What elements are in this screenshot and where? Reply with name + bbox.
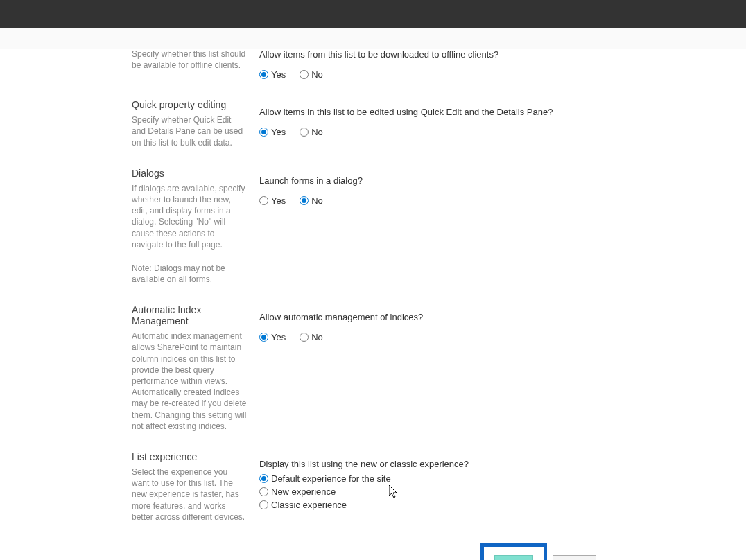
offline-no-label[interactable]: No	[300, 69, 323, 80]
button-row: OK Cancel	[132, 543, 596, 560]
offline-desc: Specify whether this list should be avai…	[132, 49, 247, 71]
autoindex-yes-radio[interactable]	[259, 333, 268, 342]
quickedit-no-radio[interactable]	[300, 128, 309, 137]
section-dialogs: Dialogs If dialogs are available, specif…	[132, 168, 603, 286]
dialogs-no-radio[interactable]	[300, 196, 309, 205]
cancel-button[interactable]: Cancel	[553, 555, 596, 560]
autoindex-no-label[interactable]: No	[300, 332, 323, 342]
dialogs-title: Dialogs	[132, 168, 247, 179]
quickedit-title: Quick property editing	[132, 99, 247, 110]
quickedit-yes-label[interactable]: Yes	[259, 127, 286, 137]
listexp-desc: Select the experience you want to use fo…	[132, 466, 247, 523]
ok-button[interactable]: OK	[494, 555, 533, 560]
dialogs-no-label[interactable]: No	[300, 195, 323, 206]
top-bar	[0, 0, 746, 28]
offline-no-radio[interactable]	[300, 70, 309, 79]
section-offline: Specify whether this list should be avai…	[132, 49, 603, 80]
listexp-new-label[interactable]: New experience	[259, 487, 336, 497]
autoindex-no-text: No	[311, 332, 323, 342]
quickedit-no-label[interactable]: No	[300, 127, 323, 137]
autoindex-title: Automatic Index Management	[132, 304, 247, 326]
section-quickedit: Quick property editing Specify whether Q…	[132, 99, 603, 148]
quickedit-desc: Specify whether Quick Edit and Details P…	[132, 114, 247, 148]
section-autoindex: Automatic Index Management Automatic ind…	[132, 304, 603, 432]
quickedit-question: Allow items in this list to be edited us…	[259, 106, 603, 119]
section-listexp: List experience Select the experience yo…	[132, 451, 603, 523]
autoindex-question: Allow automatic management of indices?	[259, 311, 603, 324]
listexp-default-text: Default experience for the site	[271, 473, 391, 484]
listexp-classic-text: Classic experience	[271, 500, 347, 510]
dialogs-yes-text: Yes	[271, 195, 286, 206]
sub-header	[0, 28, 746, 49]
quickedit-yes-radio[interactable]	[259, 128, 268, 137]
quickedit-yes-text: Yes	[271, 127, 286, 137]
offline-yes-text: Yes	[271, 69, 286, 80]
quickedit-no-text: No	[311, 127, 323, 137]
dialogs-yes-radio[interactable]	[259, 196, 268, 205]
offline-yes-label[interactable]: Yes	[259, 69, 286, 80]
autoindex-no-radio[interactable]	[300, 333, 309, 342]
dialogs-question: Launch forms in a dialog?	[259, 175, 603, 187]
listexp-new-text: New experience	[271, 487, 336, 497]
offline-question: Allow items from this list to be downloa…	[259, 49, 603, 61]
autoindex-yes-label[interactable]: Yes	[259, 332, 286, 342]
dialogs-note: Note: Dialogs may not be available on al…	[132, 263, 247, 285]
dialogs-no-text: No	[311, 195, 323, 206]
listexp-title: List experience	[132, 451, 247, 462]
ok-highlight-box: OK	[480, 543, 547, 560]
offline-no-text: No	[311, 69, 323, 80]
autoindex-yes-text: Yes	[271, 332, 286, 342]
listexp-default-label[interactable]: Default experience for the site	[259, 473, 391, 484]
dialogs-desc: If dialogs are available, specify whethe…	[132, 183, 247, 250]
listexp-question: Display this list using the new or class…	[259, 458, 603, 471]
offline-yes-radio[interactable]	[259, 70, 268, 79]
listexp-classic-label[interactable]: Classic experience	[259, 500, 347, 510]
listexp-new-radio[interactable]	[259, 487, 268, 496]
settings-form: Specify whether this list should be avai…	[132, 49, 603, 560]
listexp-default-radio[interactable]	[259, 474, 268, 483]
dialogs-yes-label[interactable]: Yes	[259, 195, 286, 206]
listexp-classic-radio[interactable]	[259, 500, 268, 509]
autoindex-desc: Automatic index management allows ShareP…	[132, 331, 247, 432]
